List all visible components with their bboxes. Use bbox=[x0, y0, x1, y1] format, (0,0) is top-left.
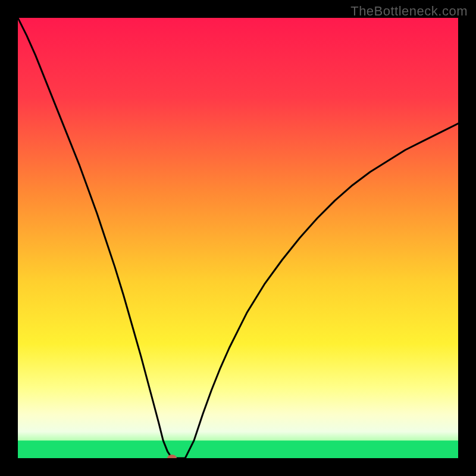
bottleneck-chart bbox=[18, 18, 458, 458]
watermark-label: TheBottleneck.com bbox=[350, 4, 468, 19]
chart-svg bbox=[18, 18, 458, 458]
chart-frame: TheBottleneck.com bbox=[0, 0, 476, 476]
green-band bbox=[18, 440, 458, 458]
gradient-background bbox=[18, 18, 458, 458]
